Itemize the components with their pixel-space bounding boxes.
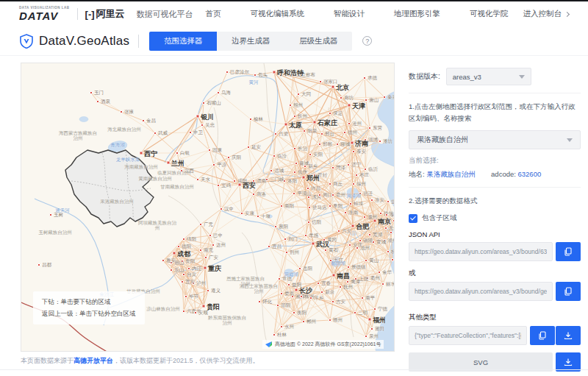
city-dot-icon <box>347 266 350 269</box>
step2-instruction: 2.选择需要的数据格式 <box>409 195 581 207</box>
city-label: 重庆 <box>208 264 221 274</box>
city-dot-icon <box>352 150 355 153</box>
region-label: 黔东南苗族侗族自治州 <box>208 315 246 326</box>
city-dot-icon <box>177 245 180 248</box>
nav-link-1[interactable]: 可视化编辑系统 <box>251 9 305 19</box>
nav-link-3[interactable]: 地理图形引擎 <box>394 9 440 19</box>
copy-geojson-url-button[interactable] <box>556 282 581 301</box>
tab-2[interactable]: 层级生成器 <box>284 32 352 51</box>
datav-logo-word: DATAV <box>19 10 70 21</box>
datav-logo[interactable]: DATA VISUALIZATION LAB DATAV <box>19 7 70 21</box>
geojson-url-input[interactable] <box>409 282 553 301</box>
copy-geojson-text-button[interactable] <box>530 326 555 345</box>
region-search-select[interactable]: 果洛藏族自治州 <box>409 130 581 149</box>
geoatlas-logo[interactable]: DataV.GeoAtlas <box>19 34 129 49</box>
city-label: 玉门 <box>94 90 104 96</box>
include-children-label: 包含子区域 <box>422 213 457 223</box>
city-dot-icon <box>273 155 276 157</box>
city-label: 临汾 <box>277 153 287 160</box>
json-api-input[interactable] <box>409 242 553 261</box>
city-label: 洛阳 <box>287 178 297 185</box>
city-label: 安阳 <box>313 152 323 158</box>
city-dot-icon <box>209 234 212 237</box>
city-dot-icon <box>318 143 321 146</box>
nav-link-2[interactable]: 智能设计 <box>334 9 365 19</box>
city-label: 宝鸡 <box>221 182 231 189</box>
city-dot-icon <box>363 77 366 79</box>
city-dot-icon <box>293 192 295 195</box>
city-dot-icon <box>332 274 336 277</box>
city-dot-icon <box>331 166 334 169</box>
city-dot-icon <box>392 219 395 222</box>
city-dot-icon <box>274 225 277 228</box>
amap-open-platform-link[interactable]: 高德开放平台 <box>74 357 113 364</box>
region-label: 果洛藏族自治州 <box>100 199 134 204</box>
city-dot-icon <box>247 146 250 149</box>
region-label: 黄南藏族自治州 <box>138 176 172 181</box>
city-label: 临沂 <box>368 166 378 173</box>
city-dot-icon <box>167 161 171 165</box>
geojson-text-input[interactable] <box>409 326 527 345</box>
city-dot-icon <box>293 171 296 174</box>
city-dot-icon <box>351 141 354 145</box>
city-label: 黄石 <box>329 247 338 254</box>
brand-area: DATA VISUALIZATION LAB DATAV [-] 阿里云 数据可… <box>19 7 193 21</box>
city-label: 乐山 <box>174 267 184 274</box>
enter-console-link[interactable]: 进入控制台 <box>523 9 570 19</box>
city-dot-icon <box>298 267 301 270</box>
city-label: 南阳 <box>284 203 294 210</box>
region-search-value: 果洛藏族自治州 <box>417 135 468 145</box>
chevron-down-icon <box>567 138 573 142</box>
map-canvas[interactable]: 玉门酒泉张掖金昌武威乌海石嘴山吴忠中卫固原白银定西天水平凉庆阳巴彦淖尔包头乌兰察… <box>21 63 395 352</box>
water-label: 通天河 <box>55 207 70 214</box>
tab-1[interactable]: 边界生成器 <box>217 32 284 51</box>
city-dot-icon <box>208 149 211 152</box>
city-label: 沧州 <box>352 121 362 127</box>
download-geojson-button[interactable] <box>556 326 581 345</box>
city-label: 新乡 <box>308 163 318 170</box>
city-label: 荆门 <box>288 236 298 243</box>
map-drilldown-tip: 下钻：单击要下钻的区域 返回上一级：单击下钻外空白区域 <box>33 291 145 324</box>
city-dot-icon <box>273 333 276 336</box>
city-dot-icon <box>359 239 362 242</box>
data-version-select[interactable]: areas_v3 <box>446 68 531 85</box>
nav-link-0[interactable]: 首页 <box>206 9 221 19</box>
city-label: 武汉 <box>316 240 329 249</box>
city-dot-icon <box>319 80 322 83</box>
adcode-value-link[interactable]: 632600 <box>518 170 542 178</box>
tab-0[interactable]: 范围选择器 <box>149 32 217 51</box>
city-label: 白银 <box>180 150 190 157</box>
right-sidebar: 数据版本: areas_v3 1.点击左侧地图选择行政区划范围，或在下方输入行政… <box>409 68 581 372</box>
city-label: 西安 <box>243 181 256 191</box>
city-label: 天水 <box>201 177 210 183</box>
city-dot-icon <box>285 251 288 254</box>
amap-logo-icon <box>265 341 273 348</box>
help-icon[interactable]: ? <box>362 36 372 46</box>
copy-json-api-button[interactable] <box>556 242 581 261</box>
city-label: 泸州 <box>196 280 206 287</box>
city-dot-icon <box>257 215 259 218</box>
city-label: 岳阳 <box>303 266 312 272</box>
include-children-checkbox[interactable] <box>409 214 417 223</box>
city-dot-icon <box>318 194 321 196</box>
city-dot-icon <box>181 280 184 283</box>
attribution-text: 高德地图 © 2022 高德软件 GS京(2022)1061号 <box>275 341 381 348</box>
nav-link-4[interactable]: 可视化学院 <box>470 9 509 19</box>
city-dot-icon <box>295 162 298 165</box>
city-dot-icon <box>320 291 323 294</box>
city-label: 庆阳 <box>232 155 241 161</box>
download-icon <box>564 358 573 366</box>
city-dot-icon <box>364 168 367 171</box>
city-label: 徐州 <box>356 181 366 188</box>
copy-icon <box>538 331 547 340</box>
city-dot-icon <box>140 152 143 155</box>
city-label: 石嘴山 <box>207 100 221 107</box>
city-label: 邯郸 <box>323 141 332 148</box>
city-dot-icon <box>220 207 223 210</box>
aliyun-logo[interactable]: [-] 阿里云 <box>85 7 125 21</box>
selected-name-link[interactable]: 果洛藏族自治州 <box>426 170 476 178</box>
water-label: 洞庭湖 <box>284 272 298 278</box>
tool-tabs: 范围选择器边界生成器层级生成器 <box>149 32 352 51</box>
city-label: 黄山 <box>369 258 379 264</box>
city-dot-icon <box>293 147 296 150</box>
